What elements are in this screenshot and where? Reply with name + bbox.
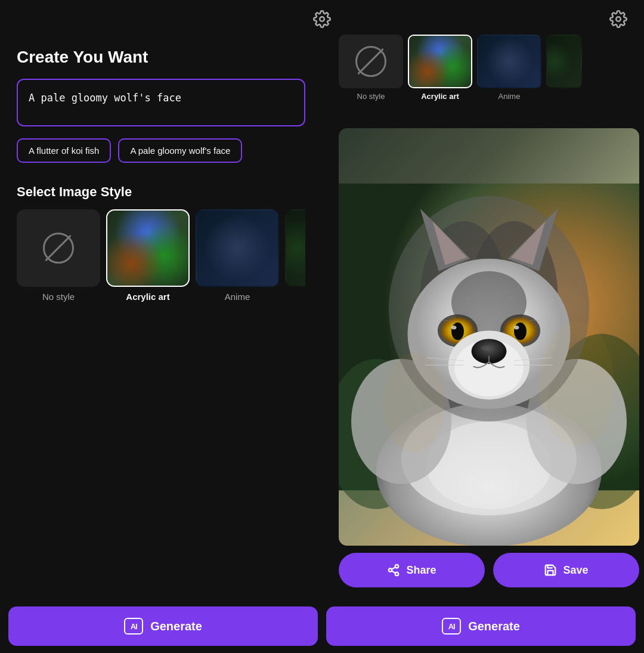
style-label-anime: Anime xyxy=(225,292,250,302)
strip-item-no-style[interactable]: No style xyxy=(339,35,403,101)
svg-point-1 xyxy=(616,17,621,21)
style-thumb-acrylic xyxy=(106,209,190,287)
suggestion-chip-0[interactable]: A flutter of koi fish xyxy=(17,138,111,163)
strip-label-anime: Anime xyxy=(499,92,521,101)
svg-point-26 xyxy=(514,326,519,329)
style-thumb-partial xyxy=(285,209,305,287)
svg-point-23 xyxy=(451,323,464,340)
svg-point-25 xyxy=(451,326,456,329)
svg-point-24 xyxy=(514,323,527,340)
share-button[interactable]: Share xyxy=(339,553,485,587)
style-label-acrylic: Acrylic art xyxy=(126,292,169,302)
strip-thumb-anime xyxy=(477,35,541,88)
style-item-partial[interactable] xyxy=(285,209,305,302)
strip-item-acrylic[interactable]: Acrylic art xyxy=(408,35,472,101)
wolf-image xyxy=(339,128,639,546)
save-icon xyxy=(544,564,557,577)
strip-thumb-partial xyxy=(546,35,582,88)
ai-badge-right: AI xyxy=(442,618,461,635)
generate-label-left: Generate xyxy=(150,620,202,633)
generate-button-right[interactable]: AI Generate xyxy=(326,606,636,646)
style-strip: No style Acrylic art Anime xyxy=(334,35,644,121)
bottom-bar: AI Generate AI Generate xyxy=(0,599,644,653)
strip-thumb-no-style xyxy=(339,35,403,88)
svg-line-41 xyxy=(392,571,395,573)
generate-label-right: Generate xyxy=(468,620,520,633)
strip-item-anime[interactable]: Anime xyxy=(477,35,541,101)
suggestion-chip-1[interactable]: A pale gloomy wolf's face xyxy=(118,138,242,163)
generated-image-area: Share Save xyxy=(334,128,644,587)
svg-line-42 xyxy=(392,567,395,570)
style-item-no-style[interactable]: No style xyxy=(17,209,100,302)
svg-point-36 xyxy=(383,352,445,453)
strip-label-no-style: No style xyxy=(357,92,385,101)
svg-point-37 xyxy=(539,321,614,447)
style-thumb-anime xyxy=(196,209,279,287)
share-icon xyxy=(387,564,400,577)
generate-button-left[interactable]: AI Generate xyxy=(8,606,318,646)
save-button[interactable]: Save xyxy=(493,553,639,587)
style-item-anime[interactable]: Anime xyxy=(196,209,279,302)
left-panel: Create You Want A pale gloomy wolf's fac… xyxy=(0,42,322,302)
ai-badge-left: AI xyxy=(124,618,143,635)
style-thumb-no-style xyxy=(17,209,100,287)
settings-icon-center[interactable] xyxy=(313,10,331,32)
style-item-acrylic[interactable]: Acrylic art xyxy=(106,209,190,302)
strip-item-partial[interactable] xyxy=(546,35,582,88)
suggestion-row: A flutter of koi fish A pale gloomy wolf… xyxy=(17,138,305,163)
strip-label-acrylic: Acrylic art xyxy=(421,92,459,101)
action-row: Share Save xyxy=(339,553,639,587)
svg-point-30 xyxy=(481,346,490,351)
strip-thumb-acrylic xyxy=(408,35,472,88)
prompt-input[interactable]: A pale gloomy wolf's face xyxy=(17,79,305,126)
save-label: Save xyxy=(563,564,588,577)
style-label-no-style: No style xyxy=(42,292,75,302)
style-grid: No style Acrylic art Anime xyxy=(17,209,305,302)
wolf-svg xyxy=(339,128,639,546)
style-section-title: Select Image Style xyxy=(17,184,305,200)
settings-icon-right[interactable] xyxy=(609,10,627,32)
page-title: Create You Want xyxy=(17,48,305,67)
svg-point-0 xyxy=(320,17,324,21)
share-label: Share xyxy=(406,564,436,577)
